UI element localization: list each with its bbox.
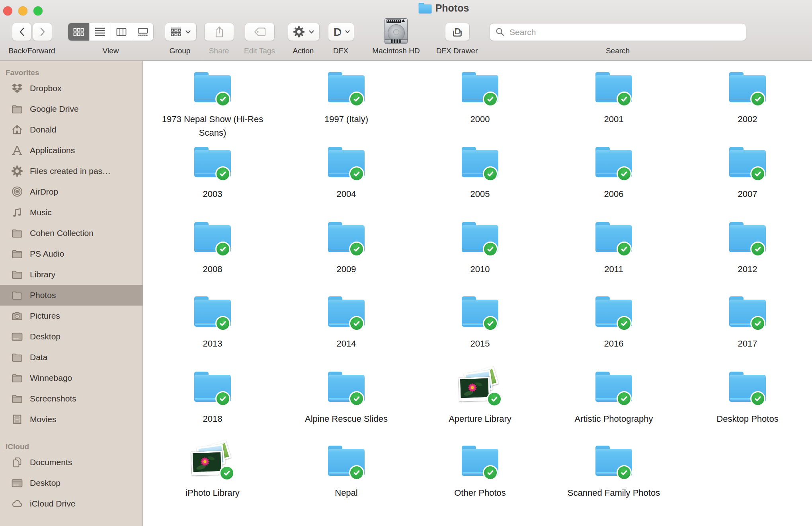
file-item-2016[interactable]: 2016 [547,287,681,351]
file-item-2005[interactable]: 2005 [413,137,547,201]
file-item-1973-nepal-show-hi-res-scans[interactable]: 1973 Nepal Show (Hi-Res Scans) [146,62,279,140]
file-item-2001[interactable]: 2001 [547,62,681,126]
photo-library-icon [459,369,501,404]
sync-check-badge-icon [349,92,364,107]
sidebar-item-ps-audio[interactable]: PS Audio [0,244,142,264]
file-item-2011[interactable]: 2011 [547,212,681,276]
file-item-2009[interactable]: 2009 [279,212,413,276]
gear-icon [11,165,23,177]
home-icon [11,124,23,136]
sidebar-item-icloud-drive[interactable]: iCloud Drive [0,493,142,514]
tag-icon [254,27,266,36]
file-item-2015[interactable]: 2015 [413,287,547,351]
file-item-nepal[interactable]: Nepal [279,436,413,500]
file-icon-area [146,362,279,411]
back-button[interactable] [12,23,31,41]
file-label: Nepal [335,486,357,500]
sync-check-badge-icon [215,316,230,331]
gallery-view-button[interactable] [132,23,153,41]
file-item-2017[interactable]: 2017 [681,287,812,351]
file-icon-area [146,62,279,112]
traffic-lights [3,6,43,16]
dfx-button[interactable]: D [328,23,354,41]
file-label: 1997 (Italy) [324,113,368,126]
file-item-2018[interactable]: 2018 [146,362,279,426]
forward-button[interactable] [33,23,52,41]
edit-tags-button[interactable] [245,23,275,41]
sidebar-section-header-favorites: Favorites [6,68,142,77]
file-item-2002[interactable]: 2002 [681,62,812,126]
sidebar-item-library[interactable]: Library [0,264,142,285]
sidebar-item-label: Winnebago [30,373,72,383]
sidebar-item-files-created-in-pas[interactable]: Files created in pas… [0,161,142,181]
close-button[interactable] [3,6,12,16]
back-forward-label: Back/Forward [8,47,55,55]
sync-check-badge-icon [617,465,632,480]
file-item-2000[interactable]: 2000 [413,62,547,126]
gear-icon [293,26,304,37]
group-by-icon [171,27,181,36]
sync-check-badge-icon [617,391,632,406]
share-button[interactable] [204,23,234,41]
file-item-2012[interactable]: 2012 [681,212,812,276]
sidebar-item-photos[interactable]: Photos [0,285,142,306]
file-icon-area [279,62,413,112]
sidebar-item-music[interactable]: Music [0,202,142,223]
file-item-2014[interactable]: 2014 [279,287,413,351]
sidebar-item-desktop[interactable]: Desktop [0,326,142,347]
sidebar-item-movies[interactable]: Movies [0,409,142,430]
sidebar-item-cohen-collection[interactable]: Cohen Collection [0,223,142,244]
file-item-2010[interactable]: 2010 [413,212,547,276]
action-label: Action [293,47,314,55]
file-item-2007[interactable]: 2007 [681,137,812,201]
sidebar-item-google-drive[interactable]: Google Drive [0,99,142,119]
file-label: 2013 [203,337,223,351]
icon-view-button[interactable] [68,23,90,41]
file-item-iphoto-library[interactable]: iPhoto Library [146,436,279,500]
column-view-button[interactable] [111,23,133,41]
macintosh-hd-icon[interactable] [385,18,408,44]
file-item-artistic-photography[interactable]: Artistic Photography [547,362,681,426]
sidebar-item-airdrop[interactable]: AirDrop [0,181,142,202]
file-item-2004[interactable]: 2004 [279,137,413,201]
sync-check-badge-icon [349,391,364,406]
file-item-aperture-library[interactable]: Aperture Library [413,362,547,426]
sidebar-item-label: PS Audio [30,249,64,259]
sync-check-badge-icon [750,391,765,406]
file-label: 2012 [738,263,757,276]
sidebar-item-screenshots[interactable]: Screenshots [0,388,142,409]
file-item-2003[interactable]: 2003 [146,137,279,201]
file-item-other-photos[interactable]: Other Photos [413,436,547,500]
sidebar-item-dropbox[interactable]: Dropbox [0,78,142,99]
file-item-scanned-family-photos[interactable]: Scanned Family Photos [547,436,681,500]
sidebar-item-applications[interactable]: Applications [0,140,142,161]
file-item-1997-italy[interactable]: 1997 (Italy) [279,62,413,126]
folder-icon [328,372,365,402]
chevron-down-icon [185,30,191,34]
search-input[interactable] [509,27,740,37]
fullscreen-button[interactable] [33,6,43,16]
file-label: 2016 [604,337,624,351]
sidebar-item-pictures[interactable]: Pictures [0,306,142,326]
file-label: 2017 [738,337,757,351]
minimize-button[interactable] [18,6,27,16]
sidebar-item-documents[interactable]: Documents [0,452,142,473]
dfx-drawer-button[interactable]: D [445,23,470,41]
documents-icon [11,456,23,469]
group-button[interactable] [165,23,197,41]
list-view-button[interactable] [90,23,111,41]
file-item-2013[interactable]: 2013 [146,287,279,351]
file-icon-area [279,436,413,485]
sidebar-item-data[interactable]: Data [0,347,142,368]
sidebar-item-desktop[interactable]: Desktop [0,473,142,493]
folder-icon [11,372,23,384]
sidebar-item-donald[interactable]: Donald [0,119,142,140]
file-item-2006[interactable]: 2006 [547,137,681,201]
sidebar-item-winnebago[interactable]: Winnebago [0,368,142,388]
file-item-desktop-photos[interactable]: Desktop Photos [681,362,812,426]
file-label: 2018 [203,412,223,426]
file-item-alpine-rescue-slides[interactable]: Alpine Rescue Slides [279,362,413,426]
file-item-2008[interactable]: 2008 [146,212,279,276]
sync-check-badge-icon [750,316,765,331]
action-button[interactable] [288,23,320,41]
